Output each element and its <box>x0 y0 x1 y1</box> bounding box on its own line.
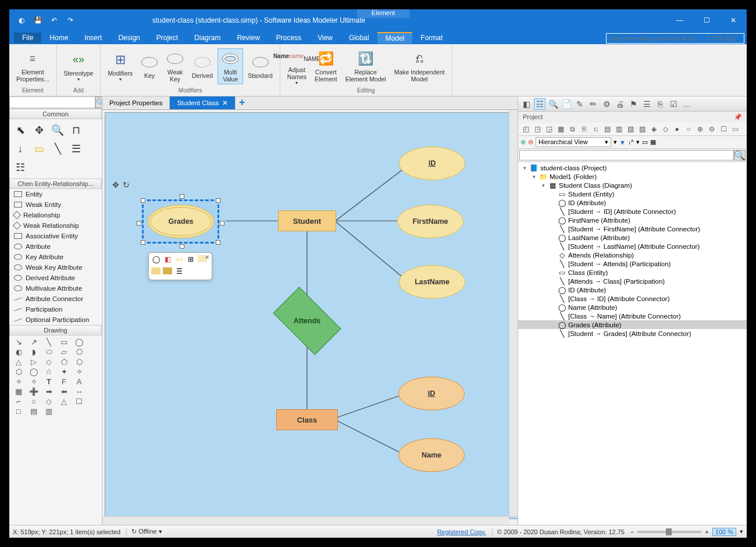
rp-tool-4[interactable]: 📄 <box>561 98 572 110</box>
menu-format[interactable]: Format <box>412 33 451 43</box>
modifiers-button[interactable]: ⊞Modifiers▾ <box>104 50 136 83</box>
tree-node[interactable]: ╲[Class → ID] (Attribute Connector) <box>518 294 747 303</box>
derived-button[interactable]: Derived <box>188 52 216 80</box>
undo-icon[interactable]: ↶ <box>49 15 59 26</box>
attr-class-name[interactable]: Name <box>398 438 465 472</box>
key-button[interactable]: Key <box>137 52 162 80</box>
tell-me-search[interactable] <box>606 33 744 44</box>
tree-node[interactable]: ◯FirstName (Attribute) <box>518 216 747 224</box>
menu-process[interactable]: Process <box>268 33 309 43</box>
menu-global[interactable]: Global <box>341 33 377 43</box>
zoom-tool[interactable]: 🔍 <box>50 123 65 138</box>
rp-tool-5[interactable]: ✎ <box>574 98 586 110</box>
chen-associative-entity[interactable]: Associative Entity <box>9 231 102 241</box>
menu-view[interactable]: View <box>309 33 341 43</box>
standard-button[interactable]: Standard <box>244 52 276 80</box>
menu-review[interactable]: Review <box>229 33 268 43</box>
tree-node[interactable]: ╲[Student → FirstName] (Attribute Connec… <box>518 224 747 233</box>
tree-node[interactable]: ╲[Student → ID] (Attribute Connector) <box>518 207 747 216</box>
rp-tool-9[interactable]: ⚑ <box>627 98 639 110</box>
maximize-button[interactable]: ☐ <box>693 9 720 31</box>
save-icon[interactable]: 💾 <box>33 15 43 26</box>
zoom-value[interactable]: 100 % <box>712 528 736 536</box>
chen-participation[interactable]: Participation <box>9 304 102 314</box>
chen-derived-attribute[interactable]: Derived Attribute <box>9 273 102 283</box>
tree-node[interactable]: ▭Student (Entity) <box>518 190 747 198</box>
chen-weak-key-attribute[interactable]: Weak Key Attribute <box>9 262 102 273</box>
attr-class-id[interactable]: ID <box>398 377 465 410</box>
tree-node[interactable]: ╲[Class → Name] (Attribute Connector) <box>518 312 747 320</box>
menu-model[interactable]: Model <box>377 32 413 44</box>
stereotype-button[interactable]: «»Stereotype▾ <box>60 50 97 83</box>
rel-attends[interactable]: Attends <box>277 302 337 339</box>
tree-node[interactable]: ◯ID (Attribute) <box>518 198 747 207</box>
selection-move-handles[interactable]: ✥↻ <box>112 180 130 190</box>
menu-file[interactable]: File <box>14 33 41 43</box>
zoom-slider[interactable] <box>637 531 701 533</box>
tab-project-properties[interactable]: Project Properties <box>102 96 170 109</box>
close-tab-icon[interactable]: ✕ <box>222 99 228 107</box>
registered-link[interactable]: Registered Copy. <box>437 528 486 535</box>
zoom-out-button[interactable]: − <box>630 528 634 535</box>
convert-element-button[interactable]: 🔁Convert Element <box>311 49 341 84</box>
chen-multivalue-attribute[interactable]: Multivalue Attribute <box>9 283 102 294</box>
horizontal-scrollbar[interactable] <box>102 516 509 525</box>
adjust-names-button[interactable]: NamenameNAMEAdjust Names▾ <box>284 47 310 87</box>
select-tool[interactable]: ⬉ <box>13 123 28 138</box>
add-tab-button[interactable]: + <box>236 96 249 109</box>
diagram-canvas[interactable]: ✥↻ Grades Student <box>102 110 518 525</box>
tree-node[interactable]: ◯LastName (Attribute) <box>518 233 747 242</box>
rp-tool-6[interactable]: ✏ <box>587 98 599 110</box>
tree-node[interactable]: ╲[Attends → Class] (Participation) <box>518 277 747 285</box>
menu-project[interactable]: Project <box>148 33 186 43</box>
menu-design[interactable]: Design <box>110 33 148 43</box>
menu-diagram[interactable]: Diagram <box>186 33 229 43</box>
entity-student[interactable]: Student <box>278 210 336 231</box>
project-tree[interactable]: ▾📘student-class (Project)▾📁Model1 (Folde… <box>518 162 747 525</box>
view-mode-select[interactable]: Hierarchical View▾ <box>536 137 611 147</box>
entity-class[interactable]: Class <box>276 409 338 430</box>
tree-node[interactable]: ╲[Student → Attends] (Participation) <box>518 259 747 268</box>
category-chen[interactable]: Chen Entity-Relationship... <box>9 178 102 189</box>
close-button[interactable]: ✕ <box>720 9 747 31</box>
project-search-input[interactable] <box>519 150 734 160</box>
paint-tool[interactable]: ⊓ <box>69 123 84 138</box>
attr-lastname[interactable]: LastName <box>399 265 465 299</box>
multivalue-button[interactable]: Multi Value <box>217 48 243 84</box>
minimize-button[interactable]: — <box>666 9 693 31</box>
grid-tool[interactable]: ☷ <box>13 160 28 175</box>
tree-node[interactable]: ◯Grades (Attribute) <box>518 320 747 329</box>
chen-weak-relationship[interactable]: Weak Relationship <box>9 220 102 231</box>
chen-attribute-connector[interactable]: Attribute Connector <box>9 294 102 304</box>
rp-tool-11[interactable]: ⎘ <box>654 98 666 110</box>
pin-icon[interactable]: 📌 <box>734 113 742 121</box>
tab-student-class[interactable]: Student Class✕ <box>170 96 236 109</box>
menu-insert[interactable]: Insert <box>76 33 110 43</box>
tree-node[interactable]: ◯ID (Attribute) <box>518 285 747 294</box>
tree-node[interactable]: ▭Class (Entity) <box>518 268 747 277</box>
close-mini-icon[interactable]: ✕ <box>205 254 209 260</box>
weak-key-button[interactable]: Weak Key <box>163 49 187 84</box>
rp-tool-more[interactable]: … <box>681 98 693 110</box>
line-tool[interactable]: ╲ <box>50 141 65 156</box>
chen-weak-entity[interactable]: Weak Entity <box>9 199 102 210</box>
tree-node[interactable]: ▾📁Model1 (Folder) <box>518 172 747 181</box>
replace-element-model-button[interactable]: 🔃Replace Element Model <box>342 49 390 84</box>
status-offline[interactable]: ↻ Offline ▾ <box>126 528 162 535</box>
chen-key-attribute[interactable]: Key Attribute <box>9 252 102 262</box>
rp-tool-12[interactable]: ☑ <box>668 98 679 110</box>
attr-firstname[interactable]: FirstName <box>397 205 463 238</box>
tree-node[interactable]: ◯Name (Attribute) <box>518 303 747 312</box>
redo-icon[interactable]: ↷ <box>65 15 76 26</box>
category-drawing[interactable]: Drawing <box>9 325 102 335</box>
tree-node[interactable]: ▾▦Student Class (Diagram) <box>518 181 747 190</box>
text-tool[interactable]: ☰ <box>69 141 84 156</box>
app-icon[interactable]: ◐ <box>16 15 27 26</box>
context-tab-element[interactable]: Element <box>357 9 409 18</box>
search-icon[interactable]: 🔍 <box>95 96 102 108</box>
rp-tool-3[interactable]: 🔍 <box>547 98 559 110</box>
rp-tool-10[interactable]: ☰ <box>641 98 652 110</box>
import-tool[interactable]: ↓ <box>13 141 28 156</box>
search-icon[interactable]: 🔍 <box>734 150 746 160</box>
attr-id[interactable]: ID <box>399 146 465 180</box>
